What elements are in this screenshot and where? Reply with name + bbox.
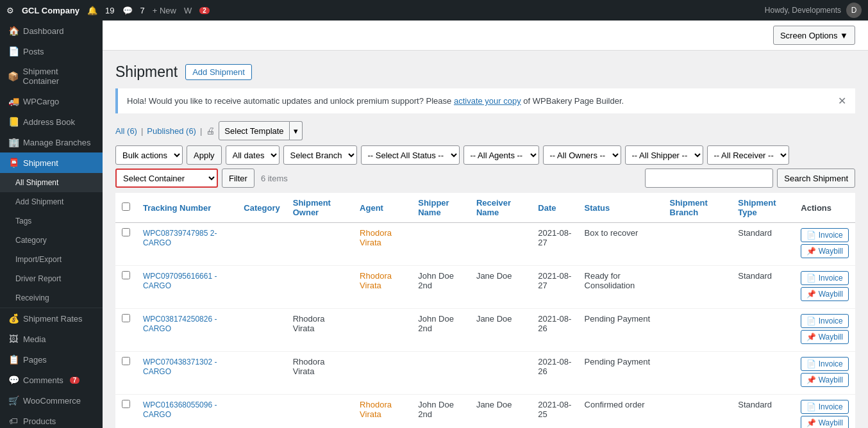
template-select-group: Select Template ▾ bbox=[219, 121, 302, 140]
apply-button[interactable]: Apply bbox=[187, 145, 222, 165]
notice-bar: Hola! Would you like to receive automati… bbox=[115, 88, 855, 113]
row-checkbox-2[interactable] bbox=[122, 314, 130, 322]
sidebar-item-driver-report[interactable]: Driver Report bbox=[0, 269, 103, 288]
sidebar-item-address-book[interactable]: 📒 Address Book bbox=[0, 111, 103, 132]
select-all-checkbox[interactable] bbox=[122, 202, 130, 211]
tracking-link-2[interactable]: WPC038174250826 -CARGO bbox=[143, 315, 217, 333]
row-category-2 bbox=[237, 309, 286, 352]
sidebar-item-comments[interactable]: 💬 Comments 7 bbox=[0, 370, 103, 390]
all-dates-select[interactable]: All dates bbox=[226, 145, 280, 165]
print-icon[interactable]: 🖨 bbox=[206, 126, 215, 136]
sidebar-item-add-shipment[interactable]: Add Shipment bbox=[0, 192, 103, 211]
sidebar-item-import-export[interactable]: Import/Export bbox=[0, 250, 103, 269]
all-status-select[interactable]: -- Select All Status -- bbox=[361, 145, 460, 165]
notification-icon[interactable]: 🔔 bbox=[87, 6, 97, 15]
waybill-button-1[interactable]: 📌 Waybill bbox=[801, 287, 849, 301]
screen-options-button[interactable]: Screen Options ▼ bbox=[773, 26, 855, 45]
woocommerce-icon: 🛒 bbox=[8, 395, 19, 406]
search-box: Search Shipment bbox=[645, 169, 855, 188]
items-count: 6 items bbox=[261, 174, 288, 183]
template-arrow-button[interactable]: ▾ bbox=[290, 121, 303, 140]
filter-published-link[interactable]: Published (6) bbox=[147, 126, 196, 136]
row-tracking-1: WPC097095616661 -CARGO bbox=[137, 266, 237, 309]
filter-all-link[interactable]: All (6) bbox=[115, 126, 137, 136]
select-template-button[interactable]: Select Template bbox=[219, 121, 289, 140]
sidebar-item-pages[interactable]: 📋 Pages bbox=[0, 349, 103, 370]
col-agent[interactable]: Agent bbox=[353, 193, 412, 223]
row-checkbox-3[interactable] bbox=[122, 357, 130, 365]
col-branch[interactable]: Shipment Branch bbox=[664, 193, 732, 223]
invoice-button-0[interactable]: 📄 Invoice bbox=[801, 228, 848, 242]
sidebar-item-all-shipment[interactable]: All Shipment bbox=[0, 173, 103, 192]
search-button[interactable]: Search Shipment bbox=[777, 169, 855, 188]
bulk-actions-select[interactable]: Bulk actions bbox=[115, 145, 183, 165]
site-name[interactable]: GCL Company bbox=[22, 6, 79, 15]
add-shipment-button[interactable]: Add Shipment bbox=[185, 64, 252, 80]
sidebar-item-shipment[interactable]: 📮 Shipment bbox=[0, 152, 103, 173]
waybill-button-4[interactable]: 📌 Waybill bbox=[801, 416, 849, 428]
sidebar-label-shipment-rates: Shipment Rates bbox=[23, 314, 83, 324]
notice-close-button[interactable]: ✕ bbox=[838, 95, 846, 107]
row-status-0: Box to recover bbox=[578, 223, 664, 266]
sidebar-item-posts[interactable]: 📄 Posts bbox=[0, 41, 103, 62]
sidebar-item-woocommerce[interactable]: 🛒 WooCommerce bbox=[0, 390, 103, 411]
sidebar-item-products[interactable]: 🏷 Products bbox=[0, 411, 103, 428]
col-status[interactable]: Status bbox=[578, 193, 664, 223]
sidebar-item-category[interactable]: Category bbox=[0, 231, 103, 250]
filter-button[interactable]: Filter bbox=[222, 169, 255, 188]
notice-link[interactable]: activate your copy bbox=[454, 96, 521, 106]
col-owner[interactable]: Shipment Owner bbox=[287, 193, 353, 223]
sidebar-item-dashboard[interactable]: 🏠 Dashboard bbox=[0, 21, 103, 41]
tracking-link-4[interactable]: WPC016368055096 -CARGO bbox=[143, 400, 217, 419]
manage-branches-icon: 🏢 bbox=[8, 137, 19, 147]
invoice-button-3[interactable]: 📄 Invoice bbox=[801, 357, 848, 371]
sidebar-item-receiving[interactable]: Receiving bbox=[0, 288, 103, 308]
page-title: Shipment bbox=[115, 63, 178, 81]
waybill-button-2[interactable]: 📌 Waybill bbox=[801, 330, 849, 344]
row-owner-0 bbox=[287, 223, 353, 266]
sidebar-item-media[interactable]: 🖼 Media bbox=[0, 329, 103, 349]
tracking-link-3[interactable]: WPC070438371302 -CARGO bbox=[143, 358, 217, 376]
row-tracking-3: WPC070438371302 -CARGO bbox=[137, 352, 237, 395]
invoice-button-4[interactable]: 📄 Invoice bbox=[801, 400, 848, 414]
row-owner-4 bbox=[287, 395, 353, 429]
col-category[interactable]: Category bbox=[237, 193, 286, 223]
row-actions-2: 📄 Invoice 📌 Waybill bbox=[794, 309, 855, 352]
receiving-label: Receiving bbox=[15, 293, 49, 302]
row-checkbox-0[interactable] bbox=[122, 228, 130, 236]
sidebar-label-address-book: Address Book bbox=[23, 117, 75, 127]
row-shipper-3 bbox=[412, 352, 470, 395]
col-tracking[interactable]: Tracking Number bbox=[137, 193, 237, 223]
row-checkbox-4[interactable] bbox=[122, 400, 130, 408]
all-receiver-select[interactable]: -- All Receiver -- bbox=[707, 145, 789, 165]
all-shipper-select[interactable]: -- All Shipper -- bbox=[625, 145, 703, 165]
waybill-button-0[interactable]: 📌 Waybill bbox=[801, 244, 849, 258]
sidebar-item-tags[interactable]: Tags bbox=[0, 211, 103, 231]
all-agents-select[interactable]: -- All Agents -- bbox=[463, 145, 539, 165]
comment-icon[interactable]: 💬 bbox=[122, 6, 133, 15]
new-content-button[interactable]: + New bbox=[153, 6, 176, 15]
waybill-button-3[interactable]: 📌 Waybill bbox=[801, 373, 849, 387]
tracking-link-0[interactable]: WPC08739747985 2-CARGO bbox=[143, 229, 217, 247]
col-date[interactable]: Date bbox=[531, 193, 578, 223]
all-owners-select[interactable]: -- All Owners -- bbox=[543, 145, 621, 165]
row-category-0 bbox=[237, 223, 286, 266]
sidebar-item-manage-branches[interactable]: 🏢 Manage Branches bbox=[0, 132, 103, 152]
select-container-select[interactable]: Select Container bbox=[115, 169, 218, 188]
select-branch-select[interactable]: Select Branch bbox=[283, 145, 357, 165]
woocommerce-icon[interactable]: W bbox=[184, 6, 192, 15]
row-checkbox-1[interactable] bbox=[122, 271, 130, 279]
tracking-link-1[interactable]: WPC097095616661 -CARGO bbox=[143, 272, 217, 290]
invoice-button-2[interactable]: 📄 Invoice bbox=[801, 314, 848, 328]
sidebar-item-wpcargo[interactable]: 🚚 WPCargo bbox=[0, 91, 103, 111]
sidebar-item-shipment-rates[interactable]: 💰 Shipment Rates bbox=[0, 308, 103, 329]
row-date-4: 2021-08-25 bbox=[531, 395, 578, 429]
sidebar-item-shipment-container[interactable]: 📦 Shipment Container bbox=[0, 62, 103, 91]
search-input[interactable] bbox=[645, 169, 773, 188]
col-type[interactable]: Shipment Type bbox=[731, 193, 794, 223]
invoice-button-1[interactable]: 📄 Invoice bbox=[801, 271, 848, 285]
user-avatar[interactable]: D bbox=[846, 3, 862, 18]
dashboard-icon: 🏠 bbox=[8, 26, 19, 36]
col-shipper[interactable]: Shipper Name bbox=[412, 193, 470, 223]
col-receiver[interactable]: Receiver Name bbox=[470, 193, 531, 223]
